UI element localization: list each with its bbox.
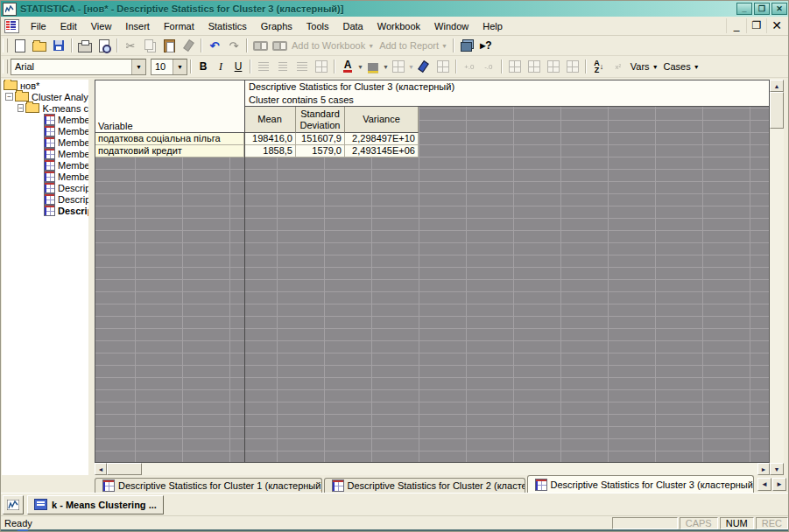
underline-button[interactable]: U: [229, 59, 247, 75]
menu-item[interactable]: Statistics: [201, 18, 254, 34]
table-cell-variance[interactable]: 2,493145E+06: [345, 145, 419, 158]
spreadsheet-icon: [44, 193, 55, 205]
menu-item[interactable]: Help: [476, 18, 510, 34]
tree-item[interactable]: нов*: [2, 80, 88, 91]
toolbar-grip[interactable]: [3, 38, 8, 52]
menu-item[interactable]: Workbook: [370, 18, 427, 34]
tree-item[interactable]: Membe: [2, 136, 88, 148]
print-preview-icon[interactable]: [95, 38, 113, 54]
move-variables-icon: [506, 59, 524, 75]
menu-item[interactable]: Format: [157, 18, 201, 34]
table-cell-stddev[interactable]: 1579,0: [296, 145, 345, 158]
workbook-layers-icon[interactable]: [458, 38, 476, 54]
scroll-right-icon[interactable]: ►: [757, 463, 770, 475]
mean-column-header[interactable]: Mean: [244, 107, 296, 133]
table-cell-variable[interactable]: податкова соціальна пільга: [95, 133, 244, 145]
tree-item[interactable]: − K-means c: [2, 102, 88, 114]
tree-item-label: Membe: [58, 160, 88, 171]
cases-button[interactable]: Cases▼: [661, 59, 702, 75]
spreadsheet-icon: [44, 114, 55, 125]
panel-splitter[interactable]: [88, 78, 95, 493]
sort-az-icon[interactable]: AZ↓: [590, 59, 608, 75]
menu-item[interactable]: Window: [427, 18, 476, 34]
tree-item[interactable]: − Cluster Analy: [2, 91, 88, 102]
tree-item[interactable]: Descrip: [2, 205, 88, 216]
vars-button[interactable]: Vars▼: [628, 59, 661, 75]
status-text: Ready: [1, 518, 612, 528]
scrollbar-thumb[interactable]: [107, 463, 142, 475]
title-bar: STATISTICA - [нов* - Descriptive Statist…: [1, 1, 789, 17]
variance-column-header[interactable]: Variance: [345, 107, 419, 133]
print-icon[interactable]: [76, 38, 94, 54]
spreadsheet[interactable]: Descriptive Statistics for Cluster 3 (кл…: [95, 80, 770, 463]
merge-cells-icon: [313, 59, 330, 75]
spreadsheet-icon: [44, 159, 55, 171]
open-file-icon[interactable]: [31, 38, 48, 54]
scroll-down-icon[interactable]: ▼: [770, 463, 784, 475]
sheet-tab[interactable]: Descriptive Statistics for Cluster 3 (кл…: [527, 475, 755, 493]
table-cell-mean[interactable]: 198416,0: [244, 133, 296, 145]
format-brush-icon[interactable]: [415, 59, 433, 75]
menu-item[interactable]: Edit: [53, 18, 84, 34]
new-document-icon[interactable]: [11, 38, 29, 54]
menu-item[interactable]: Tools: [299, 18, 336, 34]
tree-item[interactable]: Membe: [2, 114, 88, 125]
tree-item[interactable]: Descrip: [2, 182, 88, 193]
window-minimize-icon[interactable]: _: [736, 3, 752, 15]
sheet-tab[interactable]: Descriptive Statistics for Cluster 1 (кл…: [95, 478, 322, 493]
child-close-icon[interactable]: ✕: [766, 18, 786, 33]
whats-this-help-icon[interactable]: ▸?: [477, 38, 495, 54]
font-color-icon[interactable]: A: [339, 59, 356, 75]
child-minimize-icon[interactable]: _: [726, 18, 746, 33]
sheet-vertical-scrollbar[interactable]: ▲ ▼: [770, 80, 784, 475]
window-close-icon[interactable]: ✕: [771, 3, 787, 15]
scroll-left-icon[interactable]: ◄: [95, 463, 107, 475]
table-cell-stddev[interactable]: 151607,9: [296, 133, 345, 145]
chevron-down-icon: ▼: [131, 60, 145, 74]
tab-label: Descriptive Statistics for Cluster 3 (кл…: [551, 480, 755, 490]
menu-item[interactable]: Graphs: [254, 18, 299, 34]
italic-button[interactable]: I: [212, 59, 229, 75]
statistica-module-button[interactable]: [3, 495, 24, 514]
sheet-horizontal-scrollbar[interactable]: ◄ ►: [95, 463, 770, 475]
sheet-tabs-row: Descriptive Statistics for Cluster 1 (кл…: [1, 475, 789, 493]
fill-color-icon[interactable]: [364, 59, 382, 75]
child-restore-icon[interactable]: ❐: [746, 18, 766, 33]
sheet-tab[interactable]: Descriptive Statistics for Cluster 2 (кл…: [324, 478, 525, 493]
undo-icon[interactable]: ↶: [206, 38, 223, 54]
scrollbar-thumb[interactable]: [770, 92, 784, 129]
tab-scroll-right-icon[interactable]: ►: [772, 478, 786, 491]
kmeans-clustering-button[interactable]: k - Means Clustering ...: [27, 495, 164, 514]
toolbar-grip[interactable]: [3, 60, 8, 74]
menu-item[interactable]: Data: [336, 18, 370, 34]
tree-item-label: Descrip: [58, 206, 88, 216]
menu-item[interactable]: View: [84, 18, 119, 34]
tree-item[interactable]: Descrip: [2, 193, 88, 205]
tree-item[interactable]: Membe: [2, 125, 88, 136]
num-indicator: NUM: [720, 517, 754, 529]
window-restore-icon[interactable]: ❐: [754, 3, 770, 15]
menu-item[interactable]: Insert: [118, 18, 157, 34]
tab-scroll-left-icon[interactable]: ◄: [757, 478, 771, 491]
save-icon[interactable]: [50, 38, 67, 54]
tree-item[interactable]: Membe: [2, 159, 88, 171]
sheet-title-line2: Cluster contains 5 cases: [246, 94, 769, 107]
font-name-combo[interactable]: Arial▼: [11, 59, 146, 75]
table-cell-variable[interactable]: податковий кредит: [95, 145, 244, 158]
font-size-combo[interactable]: 10▼: [151, 59, 187, 75]
paste-icon[interactable]: [160, 38, 178, 54]
variable-column-header[interactable]: Variable: [95, 80, 244, 133]
table-cell-mean[interactable]: 1858,5: [244, 145, 296, 158]
tree-item[interactable]: Membe: [2, 148, 88, 159]
mdi-child-icon[interactable]: [4, 19, 19, 33]
increase-decimals-icon: +.0: [461, 59, 478, 75]
tree-expander-icon[interactable]: −: [5, 93, 13, 101]
stddev-column-header[interactable]: Standard Deviation: [296, 107, 345, 133]
menu-item[interactable]: File: [24, 18, 53, 34]
scroll-up-icon[interactable]: ▲: [770, 80, 784, 92]
bold-button[interactable]: B: [194, 59, 212, 75]
borders-icon: [390, 59, 407, 75]
tree-expander-icon[interactable]: −: [18, 104, 24, 112]
table-cell-variance[interactable]: 2,298497E+10: [345, 133, 419, 145]
tree-item[interactable]: Membe: [2, 171, 88, 182]
